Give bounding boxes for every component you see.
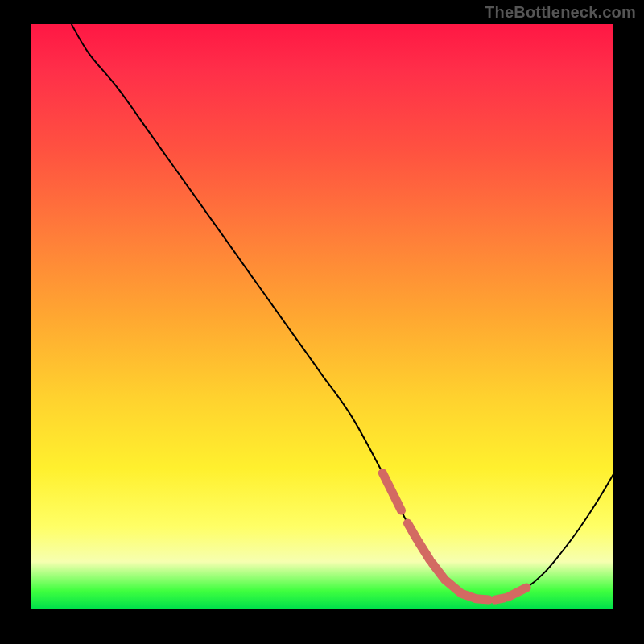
watermark-text: TheBottleneck.com: [485, 3, 636, 22]
optimum-dash: [447, 581, 460, 592]
chart-frame: TheBottleneck.com: [0, 0, 644, 644]
bottleneck-curve: [72, 24, 613, 601]
optimum-dash: [419, 542, 430, 560]
optimum-dash: [495, 598, 505, 600]
optimum-dash: [432, 563, 445, 580]
optimum-dash: [476, 599, 489, 600]
optimum-dash: [382, 473, 401, 510]
optimum-dashes: [382, 473, 526, 601]
optimum-dash: [508, 588, 526, 597]
optimum-dash: [407, 523, 417, 539]
plot-area: [31, 24, 613, 609]
chart-svg: [31, 24, 613, 609]
